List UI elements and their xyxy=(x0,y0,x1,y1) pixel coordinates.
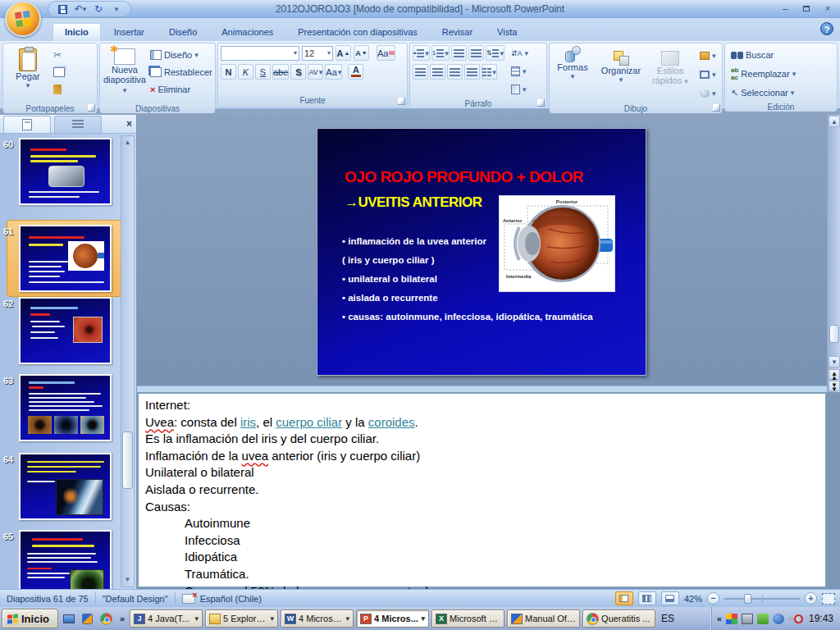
taskbar-button-manual[interactable]: Manual Oft... xyxy=(507,609,580,628)
shape-fill-button[interactable]: ▾ xyxy=(696,48,719,64)
tab-insertar[interactable]: Insertar xyxy=(103,24,156,41)
scroll-up-button[interactable]: ▲ xyxy=(829,116,840,127)
shape-effects-button[interactable]: ▾ xyxy=(696,85,719,102)
restore-button[interactable] xyxy=(799,2,814,15)
bullets-button[interactable]: •▾ xyxy=(413,45,430,61)
taskbar-button-chrome-queratitis[interactable]: Queratitis ... xyxy=(582,609,655,628)
redo-button[interactable]: ↻ xyxy=(91,2,106,16)
slideshow-view-button[interactable] xyxy=(661,591,679,605)
italic-button[interactable]: K xyxy=(238,64,253,80)
align-right-button[interactable] xyxy=(447,64,463,80)
panel-scroll-up-icon[interactable]: ▲ xyxy=(121,136,134,149)
align-left-button[interactable] xyxy=(413,64,428,80)
office-button[interactable] xyxy=(5,1,41,37)
line-spacing-button[interactable]: ⇅▾ xyxy=(486,45,504,61)
numbering-button[interactable]: 1▾ xyxy=(431,45,450,61)
save-button[interactable] xyxy=(55,2,70,16)
paste-button[interactable]: Pegar ▾ xyxy=(6,45,50,103)
slide-scrollbar[interactable]: ▲ ▼ ▲▲ ▼▼ xyxy=(827,115,840,392)
normal-view-button[interactable] xyxy=(615,591,633,605)
scroll-down-button[interactable]: ▼ xyxy=(829,356,840,368)
tab-revisar[interactable]: Revisar xyxy=(431,24,484,41)
font-dialog-launcher[interactable] xyxy=(398,98,405,105)
display-tray-icon[interactable] xyxy=(742,614,753,624)
taskbar-button-powerpoint[interactable]: P4 Micros...▾ xyxy=(356,609,429,628)
taskbar-button-excel[interactable]: XMicrosoft E... xyxy=(431,609,504,628)
decrease-indent-button[interactable] xyxy=(451,45,467,61)
change-case-button[interactable]: Aa▾ xyxy=(325,64,342,80)
shape-outline-button[interactable]: ▾ xyxy=(696,66,719,83)
slide-thumbnail-64[interactable] xyxy=(19,453,112,520)
power-tray-icon[interactable] xyxy=(757,614,769,624)
underline-button[interactable]: S xyxy=(255,64,271,80)
bold-button[interactable]: N xyxy=(221,64,236,80)
text-direction-button[interactable]: ⇵A▾ xyxy=(508,45,532,62)
align-center-button[interactable] xyxy=(430,64,445,80)
font-color-button[interactable]: A xyxy=(348,64,363,80)
language-bar[interactable]: ES xyxy=(658,613,678,624)
clear-formatting-button[interactable]: Aa xyxy=(377,45,395,61)
taskbar-button-java[interactable]: J4 Java(T...▾ xyxy=(130,609,203,628)
copy-button[interactable] xyxy=(50,64,68,80)
link-cuerpo-ciliar[interactable]: cuerpo ciliar xyxy=(276,415,342,429)
clipboard-dialog-launcher[interactable] xyxy=(88,104,95,112)
shrink-font-button[interactable]: A▼ xyxy=(354,45,369,61)
quick-styles-button[interactable]: Estilos rápidos ▾ xyxy=(649,45,692,103)
taskbar-button-word[interactable]: W4 Microso...▾ xyxy=(281,609,354,628)
zoom-slider[interactable] xyxy=(724,598,800,600)
arrange-button[interactable]: Organizar ▾ xyxy=(598,45,644,103)
slide-sorter-view-button[interactable] xyxy=(638,591,656,605)
grow-font-button[interactable]: A▲ xyxy=(336,45,351,61)
fit-to-window-button[interactable] xyxy=(822,593,835,605)
notes-splitter[interactable] xyxy=(137,386,827,392)
language-indicator[interactable]: Español (Chile) xyxy=(200,594,262,604)
panel-scroll-down-icon[interactable]: ▼ xyxy=(121,573,134,587)
slide-subtitle[interactable]: →UVEITIS ANTERIOR xyxy=(345,194,482,211)
link-iris[interactable]: iris xyxy=(240,415,256,429)
shapes-button[interactable]: Formas ▾ xyxy=(552,45,593,103)
eye-anatomy-image[interactable]: Posterior Anterior Intermedia xyxy=(500,196,614,291)
panel-scroll-thumb[interactable] xyxy=(122,431,133,489)
tab-diseno[interactable]: Diseño xyxy=(158,24,208,41)
justify-button[interactable] xyxy=(464,64,480,80)
panel-close-button[interactable]: × xyxy=(126,118,132,130)
slide-thumbnail-60[interactable] xyxy=(19,138,112,205)
scroll-thumb[interactable] xyxy=(829,325,839,343)
spellcheck-icon[interactable] xyxy=(182,594,195,604)
slides-thumbnails-tab[interactable] xyxy=(3,116,51,133)
layout-button[interactable]: Diseño▾ xyxy=(147,47,216,63)
increase-indent-button[interactable] xyxy=(468,45,484,61)
outline-tab[interactable] xyxy=(54,116,102,133)
slide-thumbnail-61[interactable] xyxy=(19,225,112,292)
messenger-icon[interactable] xyxy=(80,610,96,627)
font-name-combo[interactable]: ▾ xyxy=(221,46,299,61)
show-desktop-icon[interactable] xyxy=(61,610,77,627)
start-button[interactable]: Inicio xyxy=(2,609,58,628)
align-text-button[interactable]: ▾ xyxy=(508,63,532,80)
zoom-in-button[interactable]: + xyxy=(805,592,817,605)
close-button[interactable]: × xyxy=(820,2,835,15)
columns-button[interactable]: ▾ xyxy=(482,64,497,80)
tab-presentacion[interactable]: Presentación con diapositivas xyxy=(286,24,429,41)
slide-thumbnail-62[interactable] xyxy=(19,297,112,364)
tray-collapse-button[interactable]: « xyxy=(717,614,722,623)
slide-thumbnail-65[interactable] xyxy=(19,530,112,589)
network-tray-icon[interactable] xyxy=(773,614,784,624)
zoom-slider-thumb[interactable] xyxy=(744,594,751,604)
convert-smartart-button[interactable]: ▾ xyxy=(508,81,532,98)
help-button[interactable]: ? xyxy=(820,22,833,35)
program-tray-icon[interactable] xyxy=(726,614,737,624)
slide-title[interactable]: OJO ROJO PROFUNDO + DOLOR xyxy=(345,168,583,186)
customize-qat-button[interactable]: ▾ xyxy=(109,2,124,16)
taskbar-button-explorer[interactable]: 5 Explora...▾ xyxy=(205,609,278,628)
undo-button[interactable]: ↶▾ xyxy=(73,2,88,16)
new-slide-button[interactable]: Nueva diapositiva ▾ xyxy=(103,45,147,103)
minimize-button[interactable]: – xyxy=(778,2,792,15)
current-slide-canvas[interactable]: OJO ROJO PROFUNDO + DOLOR →UVEITIS ANTER… xyxy=(317,128,646,376)
next-slide-button[interactable]: ▼▼ xyxy=(829,381,840,391)
paragraph-dialog-launcher[interactable] xyxy=(537,99,545,107)
reset-slide-button[interactable]: Restablecer xyxy=(147,64,216,80)
find-button[interactable]: Buscar xyxy=(728,47,834,63)
zoom-out-button[interactable]: − xyxy=(707,592,719,605)
tab-animaciones[interactable]: Animaciones xyxy=(210,24,285,41)
